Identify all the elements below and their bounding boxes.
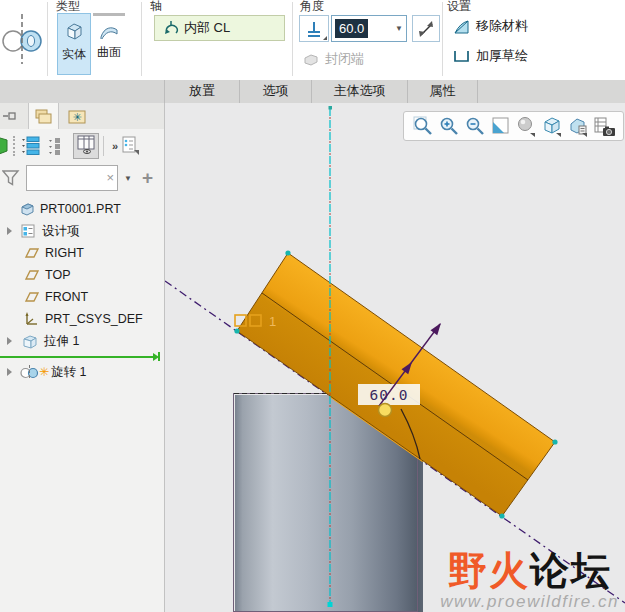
tree-item-extrude-1[interactable]: 拉伸 1 (0, 330, 164, 352)
revolve-feature-icon (1, 12, 45, 69)
tree-item-revolve-1[interactable]: ✳ 旋转 1 (0, 361, 164, 383)
search-dropdown-icon[interactable]: ▼ (124, 174, 132, 183)
ribbon-separator (47, 2, 48, 76)
centerline-endpoint-dot (328, 602, 333, 607)
model-tree: PRT0001.PRT 设计项 RIGHT (0, 198, 164, 383)
solid-button[interactable]: 实体 (57, 13, 91, 75)
remove-material-icon (452, 18, 470, 35)
tab-favorites[interactable]: ✳ (61, 103, 92, 129)
angle-value-input[interactable]: 60.0 ▼ (331, 15, 407, 42)
navigator-header: ✳ (0, 103, 164, 129)
tab-model-tree[interactable] (28, 103, 59, 129)
creo-revolve-dashboard-window: 类型 实体 曲面 轴 内部 CL (0, 0, 625, 612)
datum-plane-icon (23, 247, 39, 259)
tree-item-csys[interactable]: PRT_CSYS_DEF (0, 308, 164, 330)
saved-views-button[interactable] (567, 115, 590, 138)
expand-arrow-icon[interactable] (7, 227, 12, 235)
dashboard-tabs: 放置 选项 主体选项 属性 (0, 80, 625, 103)
in-graphics-toolbar (403, 111, 624, 141)
ribbon-separator (292, 2, 293, 76)
surface-icon (99, 23, 119, 39)
tree-item-front-plane[interactable]: FRONT (0, 286, 164, 308)
watermark-brand-black: 论坛 (530, 549, 612, 592)
model-view: 1 60.0 (165, 103, 625, 612)
refit-magnifier-icon (413, 116, 433, 136)
expand-arrow-icon[interactable] (7, 368, 12, 376)
tree-filter-icon[interactable] (21, 136, 43, 156)
chevron-down-icon[interactable]: ▼ (395, 24, 403, 33)
tab-properties[interactable]: 属性 (408, 80, 478, 103)
vertex-dot (552, 439, 557, 444)
flip-direction-button[interactable] (412, 15, 440, 42)
tree-items-icon[interactable] (48, 137, 66, 155)
repaint-icon (491, 116, 511, 136)
pin-panel-icon[interactable] (3, 112, 16, 121)
axis-collector-value: 内部 CL (184, 19, 230, 37)
watermark-url: www.proewildfire.cn (440, 593, 619, 610)
shading-style-button[interactable] (515, 115, 538, 138)
tree-columns-icon (76, 135, 96, 154)
angle-option-button[interactable] (299, 15, 329, 42)
extrude-icon (21, 334, 38, 349)
display-style-cube-icon (542, 116, 563, 137)
group-label-axis: 轴 (150, 0, 162, 15)
tab-body-options[interactable]: 主体选项 (312, 80, 408, 103)
closed-ends-label: 封闭端 (325, 50, 364, 68)
refit-button[interactable] (411, 115, 434, 138)
zoom-in-button[interactable] (437, 115, 460, 138)
datum-plane-icon (23, 269, 39, 281)
tree-search-input[interactable]: × (26, 165, 118, 191)
dropdown-corner (323, 36, 327, 40)
remove-material-option[interactable]: 移除材料 (452, 17, 528, 35)
tree-settings-icon[interactable] (122, 136, 139, 155)
tree-item-label: 设计项 (42, 223, 80, 240)
ribbon: 类型 实体 曲面 轴 内部 CL (0, 0, 625, 80)
search-input-field[interactable] (27, 166, 101, 190)
add-filter-button[interactable]: + (142, 170, 153, 186)
vertex-dot (499, 513, 504, 518)
ribbon-separator (442, 2, 443, 76)
expand-arrow-icon[interactable] (7, 337, 12, 345)
repaint-button[interactable] (489, 115, 512, 138)
toolbar-overflow-button[interactable]: » (112, 140, 118, 152)
angle-drag-handle[interactable] (379, 404, 392, 417)
graphics-area[interactable]: 1 60.0 (165, 103, 625, 612)
tree-item-label: FRONT (45, 290, 88, 304)
thicken-sketch-option[interactable]: 加厚草绘 (452, 47, 528, 65)
angle-variable-icon (305, 20, 323, 38)
part-icon (20, 202, 35, 216)
toolbar-drag-handle[interactable] (13, 136, 16, 156)
centerline-top-dot (329, 106, 333, 110)
tree-item-label: 拉伸 1 (44, 333, 79, 350)
tree-search-row: × ▼ + (0, 163, 164, 193)
insert-line-tick (158, 352, 160, 361)
display-style-button[interactable] (541, 115, 564, 138)
tree-root-label: PRT0001.PRT (40, 202, 121, 216)
model-tree-panel: ✳ (0, 103, 165, 612)
tree-item-label: PRT_CSYS_DEF (45, 312, 143, 326)
view-manager-button[interactable] (593, 115, 616, 138)
design-items-icon (21, 224, 35, 238)
tree-root-part[interactable]: PRT0001.PRT (0, 198, 164, 220)
clear-search-icon[interactable]: × (106, 170, 114, 185)
closed-ends-icon (303, 53, 319, 66)
angle-dimension-value[interactable]: 60.0 (370, 387, 409, 403)
folders-icon (34, 108, 54, 125)
zoom-out-button[interactable] (463, 115, 486, 138)
tree-item-top-plane[interactable]: TOP (0, 264, 164, 286)
revolve-axis-icon (163, 19, 179, 37)
tree-columns-button[interactable] (73, 133, 99, 159)
view-manager-camera-icon (594, 116, 616, 137)
filter-funnel-icon[interactable] (2, 170, 20, 186)
tree-item-right-plane[interactable]: RIGHT (0, 242, 164, 264)
surface-button[interactable]: 曲面 (92, 13, 126, 75)
tab-options[interactable]: 选项 (240, 80, 312, 103)
angle-value: 60.0 (335, 19, 368, 38)
axis-collector[interactable]: 内部 CL (154, 15, 285, 41)
group-label-settings: 设置 (447, 0, 471, 15)
tree-toolbar: » (0, 130, 164, 161)
tree-item-design-items[interactable]: 设计项 (0, 220, 164, 242)
tree-item-label: RIGHT (45, 246, 84, 260)
insert-here-indicator[interactable] (0, 352, 164, 361)
tab-placement[interactable]: 放置 (165, 80, 240, 103)
